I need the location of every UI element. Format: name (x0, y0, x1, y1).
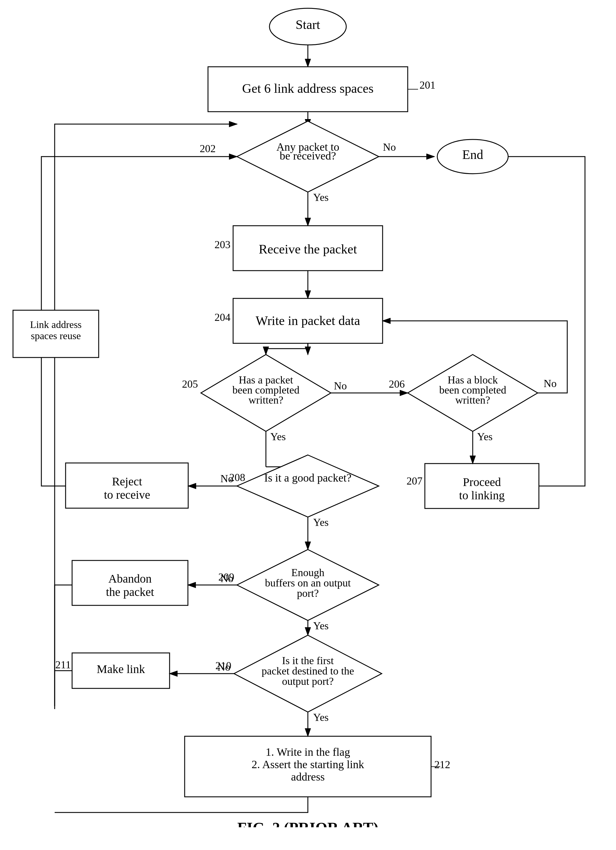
svg-text:port?: port? (297, 587, 319, 599)
linkaddress-line2: spaces reuse (31, 330, 81, 341)
svg-text:No: No (383, 141, 396, 153)
ref205: 205 (182, 378, 198, 390)
ref204: 204 (214, 311, 230, 323)
n204-label: Write in packet data (256, 313, 360, 328)
flowchart-svg: Start Get 6 link address spaces 201 Any … (0, 0, 616, 827)
ref207: 207 (407, 475, 423, 487)
n209-label: Enough (291, 567, 324, 579)
svg-text:No: No (334, 380, 347, 392)
svg-text:No: No (220, 573, 233, 584)
svg-text:No: No (217, 661, 230, 673)
svg-text:No: No (544, 377, 557, 389)
svg-text:the packet: the packet (106, 585, 154, 599)
reject-label: Reject (112, 475, 142, 488)
svg-text:Yes: Yes (313, 620, 329, 632)
svg-marker-34 (237, 455, 379, 517)
start-label: Start (295, 18, 320, 32)
svg-text:to receive: to receive (104, 488, 150, 501)
svg-text:buffers on an output: buffers on an output (265, 577, 351, 589)
ref203: 203 (214, 239, 230, 250)
n212-line2: 2. Assert the starting link (251, 758, 364, 771)
n207-label: Proceed (463, 475, 501, 489)
svg-text:Yes: Yes (313, 192, 329, 203)
ref201: 201 (420, 79, 435, 91)
n201-label: Get 6 link address spaces (242, 81, 374, 96)
ref206: 206 (389, 378, 405, 390)
svg-text:Yes: Yes (313, 711, 329, 723)
svg-text:packet destined to the: packet destined to the (262, 665, 354, 677)
svg-text:be received?: be received? (280, 150, 336, 162)
ref202: 202 (200, 143, 216, 154)
figure-caption: FIG. 2 (PRIOR ART) (237, 820, 378, 827)
svg-text:Yes: Yes (313, 516, 329, 528)
svg-text:output port?: output port? (282, 675, 334, 687)
end-label: End (462, 147, 483, 162)
n210-label: Is it the first (282, 655, 334, 666)
abandon-label: Abandon (108, 572, 152, 585)
n212-line3: address (291, 771, 325, 783)
ref212: 212 (434, 759, 450, 771)
diagram-container: Start Get 6 link address spaces 201 Any … (0, 0, 616, 827)
n203-label: Receive the packet (259, 242, 357, 256)
svg-text:written?: written? (455, 394, 490, 406)
n212-line1: 1. Write in the flag (266, 746, 350, 758)
svg-text:No: No (220, 473, 233, 485)
svg-text:written?: written? (248, 394, 283, 406)
svg-text:Yes: Yes (477, 431, 492, 443)
ref211: 211 (55, 659, 71, 670)
linkaddress-line1: Link address (30, 319, 82, 330)
svg-text:to linking: to linking (459, 489, 505, 502)
svg-text:Yes: Yes (270, 431, 286, 443)
n208-label: Is it a good packet? (264, 471, 351, 484)
makelink-label: Make link (97, 662, 145, 676)
